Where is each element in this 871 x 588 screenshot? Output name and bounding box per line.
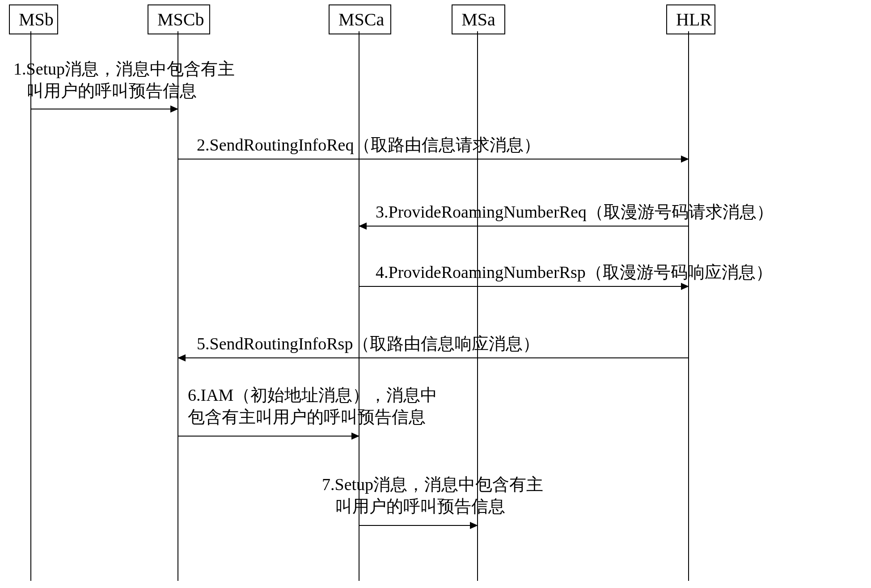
message-6-label: 6.IAM（初始地址消息），消息中 包含有主叫用户的呼叫预告信息 <box>188 384 437 428</box>
participant-label: MSa <box>461 9 495 29</box>
arrowhead-icon <box>170 105 178 113</box>
message-1-label: 1.Setup消息，消息中包含有主 叫用户的呼叫预告信息 <box>13 58 235 102</box>
participant-mscb: MSCb <box>148 4 210 34</box>
message-5-arrow <box>178 357 689 358</box>
message-5-label: 5.SendRoutingInfoRsp（取路由信息响应消息） <box>197 333 540 355</box>
participant-msb: MSb <box>9 4 58 34</box>
arrowhead-icon <box>470 522 478 529</box>
message-7-label: 7.Setup消息，消息中包含有主 叫用户的呼叫预告信息 <box>322 474 543 518</box>
message-line: 7.Setup消息，消息中包含有主 <box>322 474 543 496</box>
message-line: 6.IAM（初始地址消息），消息中 <box>188 384 437 406</box>
participant-msca: MSCa <box>329 4 391 34</box>
participant-msa: MSa <box>452 4 505 34</box>
message-3-label: 3.ProvideRoamingNumberReq（取漫游号码请求消息） <box>376 201 774 223</box>
arrowhead-icon <box>359 223 367 230</box>
message-line: 包含有主叫用户的呼叫预告信息 <box>188 406 437 428</box>
message-7-arrow <box>359 525 477 526</box>
message-3-arrow <box>359 226 689 227</box>
participant-label: HLR <box>676 9 712 29</box>
lifeline-msb <box>30 31 31 581</box>
message-4-label: 4.ProvideRoamingNumberRsp（取漫游号码响应消息） <box>376 261 773 283</box>
message-4-arrow <box>359 286 688 287</box>
participant-hlr: HLR <box>666 4 715 34</box>
message-2-arrow <box>178 159 688 160</box>
lifeline-hlr <box>688 31 689 581</box>
message-2-label: 2.SendRoutingInfoReq（取路由信息请求消息） <box>197 134 541 156</box>
sequence-diagram: MSb MSCb MSCa MSa HLR 1.Setup消息，消息中包含有主 … <box>0 0 871 588</box>
arrowhead-icon <box>178 354 186 361</box>
message-line: 1.Setup消息，消息中包含有主 <box>13 58 235 80</box>
arrowhead-icon <box>681 283 689 290</box>
message-line: 叫用户的呼叫预告信息 <box>13 80 235 102</box>
participant-label: MSCb <box>157 9 204 29</box>
message-6-arrow <box>178 436 359 437</box>
participant-label: MSCa <box>338 9 384 29</box>
lifeline-mscb <box>178 31 178 581</box>
message-1-arrow <box>31 109 178 109</box>
arrowhead-icon <box>351 433 359 440</box>
participant-label: MSb <box>19 9 54 29</box>
arrowhead-icon <box>681 155 689 163</box>
message-line: 叫用户的呼叫预告信息 <box>322 496 543 517</box>
